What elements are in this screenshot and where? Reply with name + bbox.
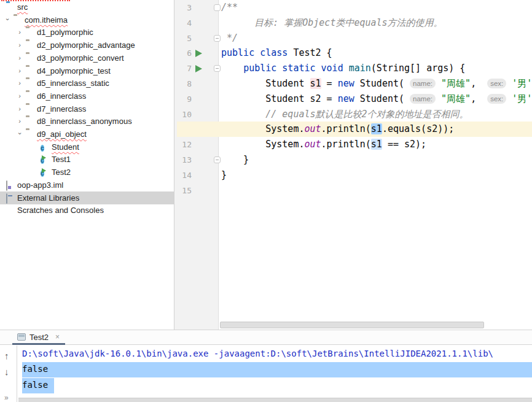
code-token: [221, 17, 254, 28]
tree-item-d2-polymorphic-advantage[interactable]: ›d2_polymorphic_advantage: [0, 39, 174, 52]
tree-item-student[interactable]: cStudent: [0, 141, 174, 153]
code-line-11[interactable]: System.out.println(s1.equals(s2));: [221, 122, 454, 137]
rerun-up-arrow[interactable]: ↑: [4, 350, 9, 361]
tree-item-d9-api-object[interactable]: ⌄d9_api_object: [0, 128, 174, 141]
ide-window: src⌄com.itheima›d1_polymorphic›d2_polymo…: [0, 0, 532, 402]
tree-item-scratches-and-consoles[interactable]: Scratches and Consoles: [0, 204, 174, 217]
scratches-icon: [6, 206, 15, 214]
fold-marker-icon[interactable]: [214, 65, 221, 72]
fold-marker-icon[interactable]: [214, 35, 221, 42]
line-number: 8: [177, 76, 192, 91]
package-folder-icon: [26, 117, 34, 125]
line-number: 4: [177, 15, 192, 31]
class-icon: c: [41, 168, 49, 176]
code-editor[interactable]: 3456789101112131415 /** 目标: 掌握Object类中eq…: [174, 0, 532, 330]
code-token: Student(: [354, 93, 410, 104]
line-number: 6: [177, 45, 192, 61]
code-token: [436, 78, 441, 89]
tree-item-d8-innerclass-anonymous[interactable]: ›d8_innerclass_anonymous: [0, 115, 174, 128]
chevron-down-icon[interactable]: ⌄: [4, 14, 11, 21]
tree-item-test2[interactable]: cTest2: [0, 166, 174, 179]
tree-item-label: d2_polymorphic_advantage: [37, 41, 135, 50]
tree-item-label: com.itheima: [25, 15, 68, 25]
tree-item-d1-polymorphic[interactable]: ›d1_polymorphic: [0, 26, 174, 39]
code-token: Test2 {: [293, 47, 332, 58]
editor-horizontal-scrollbar[interactable]: [220, 322, 484, 328]
class-icon: c: [41, 143, 49, 151]
code-line-5[interactable]: */: [221, 31, 238, 46]
soft-wrap-chevrons[interactable]: »: [4, 393, 9, 402]
console-output-line[interactable]: false: [22, 361, 48, 377]
class-icon: c: [41, 155, 49, 163]
chevron-right-icon[interactable]: ›: [16, 92, 23, 99]
code-token: (String[] args) {: [371, 63, 466, 74]
code-token: main: [349, 63, 371, 74]
tree-item-com-itheima[interactable]: ⌄com.itheima: [0, 14, 174, 26]
chevron-right-icon[interactable]: ›: [16, 117, 23, 125]
code-line-12[interactable]: System.out.println(s1 == s2);: [221, 137, 426, 152]
tree-item-label: Scratches and Consoles: [17, 206, 104, 215]
code-line-13[interactable]: }: [221, 152, 249, 168]
package-folder-icon: [26, 41, 34, 49]
package-folder-icon: [26, 105, 34, 113]
code-token: public class: [221, 47, 293, 58]
line-number: 14: [177, 168, 192, 183]
console-output-line[interactable]: false: [22, 377, 48, 393]
chevron-right-icon[interactable]: ›: [16, 54, 23, 61]
code-token: /**: [221, 2, 238, 13]
code-line-9[interactable]: Student s2 = new Student( name: "周雄", se…: [221, 91, 532, 107]
chevron-right-icon[interactable]: ›: [16, 79, 23, 87]
code-line-4[interactable]: 目标: 掌握Object类中equals方法的使用。: [221, 15, 443, 31]
tree-item-d4-polymorphic-test[interactable]: ›d4_polymorphic_test: [0, 64, 174, 77]
code-token: "周雄": [441, 93, 471, 104]
package-folder-icon: [26, 67, 34, 75]
console-horizontal-scrollbar[interactable]: [18, 398, 532, 402]
down-arrow[interactable]: ↓: [4, 366, 9, 377]
code-line-7[interactable]: public static void main(String[] args) {: [221, 61, 465, 76]
tree-item-label: Test2: [52, 168, 71, 177]
code-token: }: [221, 169, 227, 180]
line-number: 9: [177, 91, 192, 107]
package-folder-icon: [26, 28, 34, 36]
tree-item-src[interactable]: src: [0, 1, 174, 14]
tree-item-oop-app3-iml[interactable]: oop-app3.iml: [0, 179, 174, 191]
console-tab-icon: [17, 333, 26, 341]
parameter-hint: sex:: [487, 79, 506, 88]
tree-item-external-libraries[interactable]: External Libraries: [0, 191, 174, 204]
tree-item-label: d4_polymorphic_test: [37, 66, 111, 75]
tree-item-d5-innerclass-static[interactable]: ›d5_innerclass_static: [0, 77, 174, 90]
code-line-8[interactable]: Student s1 = new Student( name: "周雄", se…: [221, 76, 532, 91]
line-number: 15: [177, 183, 192, 198]
project-tree-panel: src⌄com.itheima›d1_polymorphic›d2_polymo…: [0, 0, 174, 330]
code-token: public static void: [243, 63, 349, 74]
code-line-6[interactable]: public class Test2 {: [221, 45, 332, 61]
chevron-right-icon[interactable]: ›: [16, 41, 23, 48]
code-token: // equals默认是比较2个对象的地址是否相同。: [265, 109, 468, 120]
code-token: '男': [512, 93, 532, 104]
code-line-14[interactable]: }: [221, 168, 227, 183]
package-folder-icon: [26, 54, 34, 62]
code-token: .println(: [321, 139, 371, 150]
close-icon[interactable]: ×: [55, 333, 60, 341]
code-line-10[interactable]: // equals默认是比较2个对象的地址是否相同。: [221, 107, 469, 122]
run-gutter-icon[interactable]: [195, 65, 202, 72]
code-token: .equals(s2));: [382, 123, 454, 134]
code-token: "周雄": [441, 78, 471, 89]
line-number: 5: [177, 31, 192, 46]
console-tab-active-underline: [12, 343, 65, 345]
tree-item-d3-polymorphic-convert[interactable]: ›d3_polymorphic_convert: [0, 52, 174, 64]
fold-marker-icon[interactable]: [214, 157, 221, 163]
tree-item-d7-innerclass[interactable]: ›d7_innerclass: [0, 102, 174, 115]
parameter-hint: sex:: [487, 94, 506, 104]
chevron-right-icon[interactable]: ›: [16, 105, 23, 112]
code-line-3[interactable]: /**: [221, 0, 238, 15]
fold-marker-icon[interactable]: [214, 4, 221, 11]
chevron-down-icon[interactable]: ⌄: [16, 128, 23, 136]
tree-item-d6-innerclass[interactable]: ›d6_innerclass: [0, 90, 174, 102]
tree-item-label: d5_innerclass_static: [37, 79, 109, 88]
console-command-line[interactable]: D:\soft\Java\jdk-16.0.1\bin\java.exe -ja…: [22, 346, 493, 361]
tree-item-test1[interactable]: cTest1: [0, 153, 174, 166]
run-gutter-icon[interactable]: [195, 50, 202, 57]
chevron-right-icon[interactable]: ›: [16, 67, 23, 74]
chevron-right-icon[interactable]: ›: [16, 28, 23, 36]
